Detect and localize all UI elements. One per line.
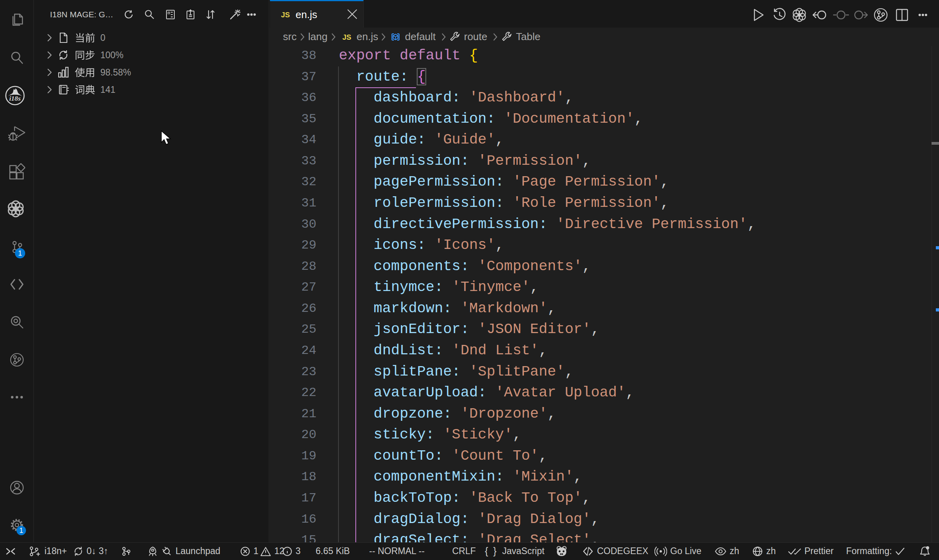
svg-text:JS: JS (281, 11, 290, 19)
svg-text:JS: JS (342, 33, 351, 41)
svg-text:i18s: i18s (9, 94, 20, 102)
